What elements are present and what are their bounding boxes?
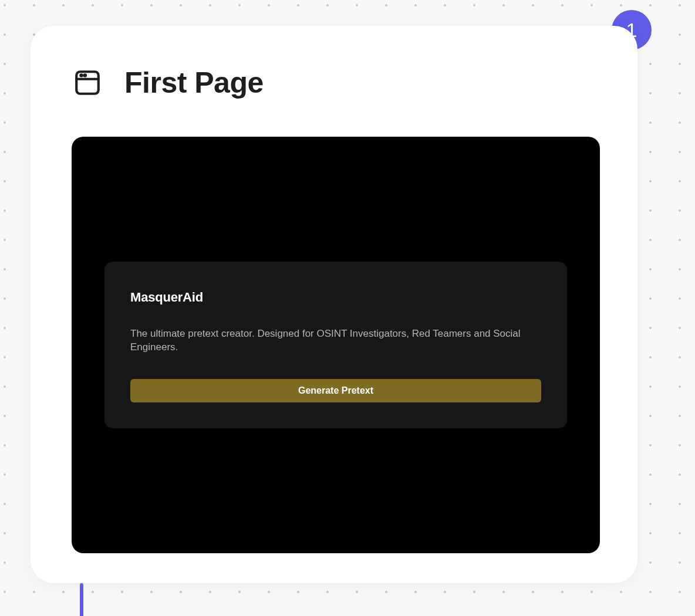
timeline-connector (80, 583, 83, 616)
app-preview-title: MasquerAid (130, 290, 541, 305)
app-window-icon (73, 66, 102, 99)
app-preview-description: The ultimate pretext creator. Designed f… (130, 327, 541, 354)
page-title: First Page (124, 66, 264, 100)
svg-point-2 (80, 75, 82, 76)
app-preview-card: MasquerAid The ultimate pretext creator.… (104, 262, 567, 428)
page-card: First Page MasquerAid The ultimate prete… (31, 26, 637, 583)
preview-frame: MasquerAid The ultimate pretext creator.… (72, 137, 600, 553)
svg-point-3 (85, 75, 86, 76)
card-header: First Page (63, 66, 596, 100)
generate-pretext-button[interactable]: Generate Pretext (130, 379, 541, 402)
